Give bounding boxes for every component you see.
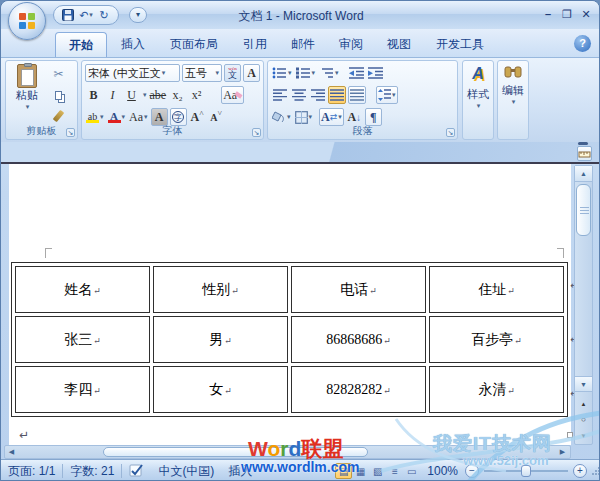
paste-dropdown-icon[interactable]: ▾ bbox=[26, 103, 30, 111]
ruler-toggle-button[interactable] bbox=[577, 146, 592, 161]
clear-formatting-button[interactable]: Aa bbox=[221, 86, 244, 104]
table-cell[interactable]: 姓名↵ bbox=[15, 266, 150, 313]
table-cell[interactable]: 张三↵ bbox=[15, 316, 150, 363]
insert-mode-indicator[interactable]: 插入 bbox=[221, 463, 259, 480]
tab-developer[interactable]: 开发工具 bbox=[425, 32, 495, 57]
table-cell[interactable]: 李四↵ bbox=[15, 366, 150, 413]
styles-button[interactable]: A 样式 ▾ bbox=[464, 65, 492, 110]
view-fullscreen-reading-button[interactable]: ▦ bbox=[352, 463, 369, 479]
next-page-button[interactable]: ▼ bbox=[575, 428, 592, 443]
tab-references[interactable]: 引用 bbox=[233, 32, 277, 57]
table-cell[interactable]: 性别↵ bbox=[153, 266, 288, 313]
tab-home[interactable]: 开始 bbox=[55, 32, 107, 57]
resize-grip[interactable] bbox=[591, 466, 600, 476]
borders-dropdown-icon[interactable]: ▾ bbox=[309, 113, 313, 121]
zoom-slider-thumb[interactable] bbox=[521, 465, 531, 477]
paste-button[interactable]: 粘贴 ▾ bbox=[10, 64, 44, 124]
table-cell[interactable]: 86868686↵ bbox=[291, 316, 426, 363]
table-cell[interactable]: 电话↵ bbox=[291, 266, 426, 313]
font-name-select[interactable]: 宋体 (中文正文 ▾ bbox=[85, 64, 180, 82]
underline-button[interactable]: U bbox=[123, 86, 140, 104]
horizontal-scrollbar[interactable]: ◀ ▶ bbox=[4, 445, 571, 459]
page-indicator[interactable]: 页面: 1/1 bbox=[1, 463, 62, 480]
increase-indent-button[interactable] bbox=[367, 64, 384, 82]
italic-button[interactable]: I bbox=[104, 86, 121, 104]
bold-button[interactable]: B bbox=[85, 86, 102, 104]
font-dialog-launcher[interactable]: ↘ bbox=[252, 128, 261, 137]
multilevel-list-button[interactable]: ▾ bbox=[318, 64, 340, 82]
clipboard-dialog-launcher[interactable]: ↘ bbox=[66, 128, 75, 137]
scroll-left-button[interactable]: ◀ bbox=[5, 448, 18, 456]
numbering-button[interactable]: ▾ bbox=[295, 64, 317, 82]
table-cell[interactable]: 男↵ bbox=[153, 316, 288, 363]
previous-page-button[interactable]: ▲ bbox=[575, 396, 592, 411]
view-outline-button[interactable]: ≡ bbox=[386, 463, 403, 479]
horizontal-scroll-thumb[interactable] bbox=[103, 447, 368, 457]
copy-button[interactable] bbox=[50, 86, 67, 104]
font-size-select[interactable]: 五号 ▾ bbox=[182, 64, 222, 82]
tab-review[interactable]: 审阅 bbox=[329, 32, 373, 57]
view-web-layout-button[interactable]: ▧ bbox=[369, 463, 386, 479]
tab-page-layout[interactable]: 页面布局 bbox=[159, 32, 229, 57]
justify-button[interactable] bbox=[328, 86, 346, 104]
table-cell[interactable]: 永清↵ bbox=[429, 366, 564, 413]
draft-icon: ▭ bbox=[407, 466, 416, 477]
shading-dropdown-icon[interactable]: ▾ bbox=[287, 113, 291, 121]
text-boundary-mark-right bbox=[557, 248, 564, 258]
decrease-indent-button[interactable] bbox=[348, 64, 365, 82]
tab-view[interactable]: 视图 bbox=[377, 32, 421, 57]
phonetic-guide-button[interactable]: wén 文 bbox=[224, 64, 241, 82]
underline-dropdown-icon[interactable]: ▾ bbox=[143, 91, 147, 99]
paragraph-dialog-launcher[interactable]: ↘ bbox=[446, 128, 455, 137]
select-browse-object-button[interactable]: ○ bbox=[575, 412, 592, 427]
zoom-in-button[interactable]: + bbox=[573, 464, 587, 478]
document-table[interactable]: 姓名↵ 性别↵ 电话↵ 住址↵ 张三↵ 男↵ 86868686↵ 百步亭↵ 李四… bbox=[12, 263, 567, 416]
office-button[interactable] bbox=[8, 2, 46, 40]
close-button[interactable]: ✕ bbox=[579, 7, 593, 22]
table-cell[interactable]: 住址↵ bbox=[429, 266, 564, 313]
tab-mailings[interactable]: 邮件 bbox=[281, 32, 325, 57]
format-painter-icon bbox=[53, 110, 65, 122]
zoom-slider[interactable] bbox=[484, 470, 568, 472]
scroll-up-button[interactable]: ▲ bbox=[575, 166, 592, 182]
character-border-button[interactable]: A bbox=[243, 64, 260, 82]
table-cell[interactable]: 82828282↵ bbox=[291, 366, 426, 413]
minimize-button[interactable]: – bbox=[541, 7, 555, 22]
zoom-level[interactable]: 100% bbox=[420, 464, 465, 478]
table-cell[interactable]: 百步亭↵ bbox=[429, 316, 564, 363]
vertical-scrollbar[interactable]: ▲ ▼ ▲ ○ ▼ bbox=[574, 165, 593, 445]
table-resize-handle[interactable] bbox=[567, 432, 573, 438]
align-left-button[interactable] bbox=[271, 86, 288, 104]
view-draft-button[interactable]: ▭ bbox=[403, 463, 420, 479]
distributed-button[interactable] bbox=[348, 86, 366, 104]
font-color-dropdown-icon[interactable]: ▾ bbox=[122, 113, 126, 121]
format-painter-button[interactable] bbox=[50, 107, 67, 125]
numbering-dropdown-icon[interactable]: ▾ bbox=[312, 69, 316, 77]
bullets-button[interactable]: ▾ bbox=[271, 64, 293, 82]
word-count-indicator[interactable]: 字数: 21 bbox=[63, 463, 121, 480]
maximize-button[interactable]: ❐ bbox=[560, 7, 574, 22]
editing-button[interactable]: 编辑 ▾ bbox=[499, 65, 527, 106]
subscript-button[interactable]: x₂ bbox=[169, 86, 186, 104]
language-indicator[interactable]: 中文(中国) bbox=[151, 463, 221, 480]
vertical-scroll-thumb[interactable] bbox=[576, 184, 591, 236]
split-handle[interactable] bbox=[578, 142, 588, 145]
table-cell[interactable]: 女↵ bbox=[153, 366, 288, 413]
superscript-button[interactable]: x² bbox=[188, 86, 205, 104]
align-right-button[interactable] bbox=[309, 86, 326, 104]
help-button[interactable]: ? bbox=[574, 35, 591, 52]
align-center-button[interactable] bbox=[290, 86, 307, 104]
strikethrough-button[interactable]: abe bbox=[149, 86, 168, 104]
line-spacing-button[interactable]: ▾ bbox=[376, 86, 398, 104]
zoom-out-button[interactable]: − bbox=[465, 464, 479, 478]
scroll-down-button[interactable]: ▼ bbox=[575, 376, 592, 392]
spellcheck-indicator[interactable] bbox=[122, 463, 151, 480]
document-page[interactable]: 姓名↵ 性别↵ 电话↵ 住址↵ 张三↵ 男↵ 86868686↵ 百步亭↵ 李四… bbox=[9, 164, 571, 445]
multilevel-dropdown-icon[interactable]: ▾ bbox=[335, 69, 339, 77]
bullets-dropdown-icon[interactable]: ▾ bbox=[288, 69, 292, 77]
highlight-dropdown-icon[interactable]: ▾ bbox=[100, 113, 104, 121]
scroll-right-button[interactable]: ▶ bbox=[556, 448, 569, 456]
cut-button[interactable]: ✂ bbox=[50, 65, 67, 83]
tab-insert[interactable]: 插入 bbox=[111, 32, 155, 57]
view-print-layout-button[interactable]: ▤ bbox=[335, 463, 352, 479]
